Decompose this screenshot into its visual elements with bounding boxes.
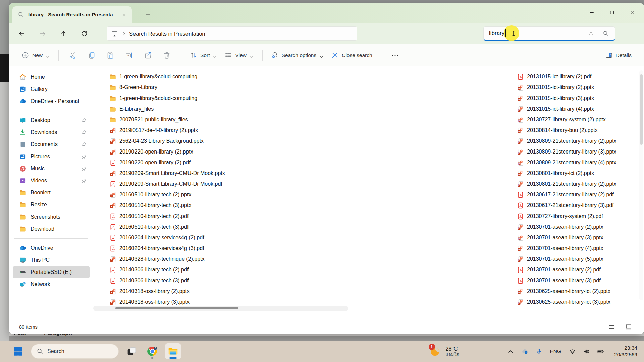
share-button[interactable] [141, 49, 155, 62]
file-item[interactable]: 8-Green-Library [109, 82, 324, 93]
file-item[interactable]: P20130801-21stcentury-library (2).pptx [517, 179, 641, 189]
sort-button[interactable]: Sort [186, 49, 221, 61]
sidebar-item-screenshots[interactable]: Screenshots [13, 211, 90, 223]
weather-widget[interactable]: 1 28°C แจ่มใส [430, 345, 459, 358]
list-view-button[interactable] [608, 323, 616, 331]
language-indicator[interactable]: ENG [547, 348, 564, 354]
file-item[interactable]: 20160510-library-tech (3).pdf [109, 222, 324, 232]
cut-button[interactable] [65, 49, 80, 62]
file-item[interactable]: P2019i0517-de-4-0-library (2).pptx [109, 125, 324, 136]
horizontal-scrollbar-thumb[interactable] [115, 307, 238, 309]
sidebar-item-music[interactable]: Music [13, 163, 90, 175]
view-button[interactable]: View [221, 49, 257, 61]
clear-search-button[interactable] [587, 29, 595, 38]
explorer-tab[interactable]: library - Search Results in Presentation [12, 6, 132, 23]
vertical-scrollbar-thumb[interactable] [640, 74, 643, 145]
wifi-button[interactable] [567, 346, 578, 357]
file-item[interactable]: P20140328-library-technique (2).pptx [109, 254, 324, 264]
file-item[interactable]: 20140306-library-tech (3).pdf [109, 275, 324, 286]
sidebar-item-downloads[interactable]: Downloads [13, 126, 90, 138]
sidebar-item-videos[interactable]: Videos [13, 175, 90, 187]
sidebar-item-onedrive-personal[interactable]: OneDrive - Personal [13, 95, 90, 107]
search-submit-button[interactable] [601, 29, 610, 38]
close-window-button[interactable] [622, 3, 642, 21]
sidebar-item-resize[interactable]: Resize [13, 199, 90, 211]
file-item[interactable]: P20130701-asean-library (3).pptx [517, 232, 641, 243]
close-search-button[interactable]: Close search [327, 49, 376, 61]
file-item[interactable]: P20130809-21stcentury-library (2).pptx [517, 136, 641, 146]
more-options-button[interactable] [388, 49, 402, 62]
file-item[interactable]: P20130809-21stcentury-library (3).pptx [517, 146, 641, 157]
file-item[interactable]: P20130727-library-system (2).pptx [517, 114, 641, 125]
sidebar-item-download[interactable]: Download [13, 223, 90, 235]
file-item[interactable]: P20160510-library-tech (3).pptx [109, 200, 324, 211]
sidebar-item-documents[interactable]: Documents [13, 138, 90, 150]
file-item[interactable]: P20131015-ict-library (3).pptx [517, 93, 641, 104]
search-options-button[interactable]: Search options [267, 49, 327, 61]
volume-button[interactable] [581, 346, 592, 357]
file-item[interactable]: P20131015-ict-library (4).pptx [517, 104, 641, 114]
up-button[interactable] [57, 27, 69, 40]
paste-button[interactable] [103, 49, 118, 62]
file-item[interactable]: P20130701-asean-library (4).pptx [517, 243, 641, 254]
file-item[interactable]: E-Library_files [109, 104, 324, 114]
file-item[interactable]: 20070521-public-library_files [109, 114, 324, 125]
file-item[interactable]: 1-green-library&colud-computing [109, 71, 324, 82]
file-item[interactable]: 20160204-library-services4g (3).pdf [109, 243, 324, 254]
file-item[interactable]: P20130701-asean-library (5).pptx [517, 254, 641, 264]
refresh-button[interactable] [78, 27, 90, 40]
file-item[interactable]: P20160510-library-tech (2).pptx [109, 189, 324, 200]
sidebar-item-home[interactable]: Home [13, 71, 90, 83]
file-item[interactable]: 20130701-asean-library (3).pdf [517, 275, 641, 286]
new-button[interactable]: New [18, 49, 54, 61]
file-item[interactable]: 20160510-library-tech (2).pdf [109, 211, 324, 222]
large-icons-view-button[interactable] [625, 323, 633, 331]
sidebar-item-onedrive[interactable]: OneDrive [13, 242, 90, 254]
sidebar-item-this-pc[interactable]: This PC [13, 254, 90, 266]
sidebar-item-desktop[interactable]: Desktop [13, 114, 90, 126]
file-item[interactable]: P20130701-asean-library (2).pptx [517, 222, 641, 232]
file-item[interactable]: P20140318-oss-library (2).pptx [109, 286, 324, 297]
taskbar-search[interactable]: Search [31, 344, 119, 359]
file-explorer-button[interactable] [165, 343, 181, 359]
vertical-scrollbar[interactable] [639, 70, 643, 300]
back-button[interactable] [16, 27, 28, 40]
chrome-button[interactable] [144, 343, 160, 359]
file-item[interactable]: 20130617-21stcentury-library (2).pdf [517, 189, 641, 200]
file-item[interactable]: 1-green-library&colud-computing [109, 93, 324, 104]
clock[interactable]: 23:34 20/3/2569 [612, 345, 639, 358]
file-item[interactable]: P20190220-open-library (2).pptx [109, 146, 324, 157]
file-item[interactable]: P20190209-Smart Library-CMU-Dr Mook.pptx [109, 168, 324, 179]
file-item[interactable]: 20131015-ict-library (2).pdf [517, 71, 641, 82]
maximize-button[interactable] [602, 3, 622, 21]
file-item[interactable]: 20160204-library-services4g (2).pdf [109, 232, 324, 243]
rename-button[interactable]: A [122, 49, 137, 62]
battery-button[interactable] [595, 346, 606, 357]
file-item[interactable]: 20190209-Smart Library-CMU-Dr Mook.pdf [109, 179, 324, 189]
file-item[interactable]: P20130801-library-ict (2).pptx [517, 168, 641, 179]
sidebar-item-boonlert[interactable]: Boonlert [13, 187, 90, 199]
task-view-button[interactable] [123, 343, 140, 359]
minimize-button[interactable] [582, 3, 602, 21]
file-item[interactable]: 20130727-library-system (2).pdf [517, 211, 641, 222]
delete-button[interactable] [159, 49, 174, 62]
tab-close-button[interactable] [120, 10, 128, 19]
file-item[interactable]: P20130625-asean-library-ict (3).pptx [517, 297, 641, 307]
sidebar-item-network[interactable]: Network [13, 278, 90, 290]
file-item[interactable]: 20190220-open-library (2).pdf [109, 157, 324, 168]
address-bar[interactable]: Search Results in Presentation [107, 26, 357, 41]
file-item[interactable]: P20130809-21stcentury-library (4).pptx [517, 157, 641, 168]
details-button[interactable]: Details [601, 49, 635, 61]
new-tab-button[interactable] [143, 10, 153, 19]
file-item[interactable]: P20130625-asean-library-ict (2).pptx [517, 286, 641, 297]
file-item[interactable]: P2562-04-23 Library Backgroud.pptx [109, 136, 324, 146]
file-item[interactable]: 20140306-library-tech (2).pdf [109, 264, 324, 275]
forward-button[interactable] [37, 27, 49, 40]
horizontal-scrollbar[interactable] [93, 306, 348, 311]
file-item[interactable]: 20130617-21stcentury-library (3).pdf [517, 200, 641, 211]
sidebar-item-gallery[interactable]: Gallery [13, 83, 90, 95]
file-item[interactable]: 20130701-asean-library (2).pdf [517, 264, 641, 275]
sidebar-item-pictures[interactable]: Pictures [13, 150, 90, 163]
onedrive-tray-button[interactable]: i [519, 346, 530, 357]
show-hidden-icons-button[interactable] [505, 346, 516, 357]
